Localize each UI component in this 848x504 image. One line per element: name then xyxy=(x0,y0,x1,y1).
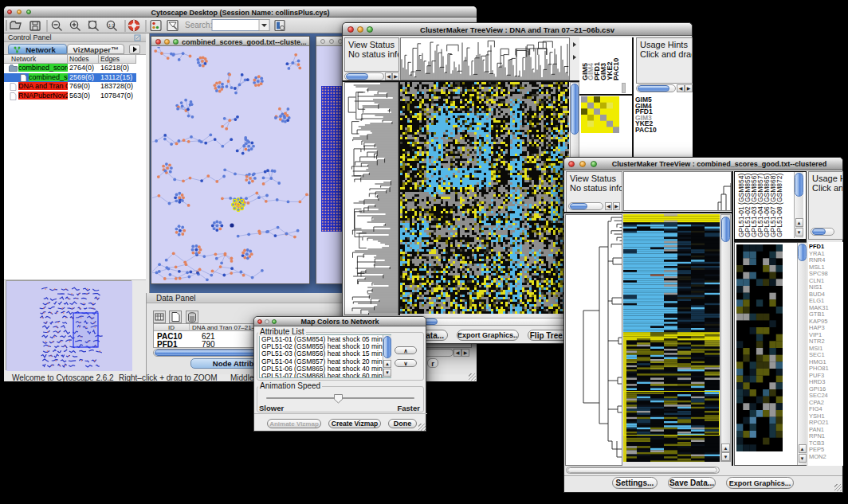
svg-text:1:1: 1:1 xyxy=(108,23,115,28)
svg-text:PAC10: PAC10 xyxy=(612,58,620,80)
svg-text:Search:: Search: xyxy=(185,21,212,29)
svg-text:GPL51-08 (GSM872): GPL51-08 (GSM872) xyxy=(775,174,783,237)
